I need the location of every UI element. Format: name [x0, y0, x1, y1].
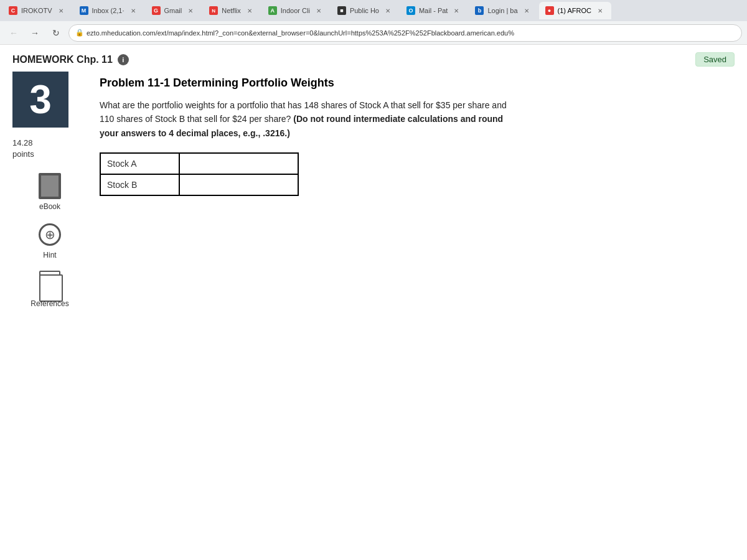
tab-label: Gmail — [164, 7, 182, 14]
points-label: points — [12, 149, 34, 159]
content-panel: HOMEWORK Chp. 11 i Saved 3 14.28 points — [0, 45, 747, 560]
references-icon — [39, 271, 60, 296]
tab-gmail[interactable]: G Gmail ✕ — [146, 2, 202, 19]
afro-favicon: ● — [545, 6, 554, 15]
points-value: 14.28 — [12, 138, 33, 147]
back-button[interactable]: ← — [5, 24, 22, 42]
irokotv-favicon: C — [9, 6, 17, 15]
stock-a-input-cell[interactable] — [179, 153, 298, 174]
tab-close-indoor[interactable]: ✕ — [314, 6, 324, 16]
netflix-favicon: N — [209, 6, 218, 15]
tab-netflix[interactable]: N Netflix ✕ — [203, 2, 261, 19]
info-icon[interactable]: i — [118, 54, 129, 65]
answer-table: Stock A Stock B — [100, 152, 299, 196]
references-tool[interactable]: References — [12, 269, 87, 308]
tab-afro[interactable]: ● (1) AFROC ✕ — [539, 2, 611, 19]
public-favicon: ■ — [337, 6, 346, 15]
stock-b-label: Stock B — [100, 174, 179, 195]
gmail-favicon: G — [152, 6, 161, 15]
hint-tool[interactable]: Hint — [12, 221, 87, 259]
page-content: HOMEWORK Chp. 11 i Saved 3 14.28 points — [0, 45, 747, 560]
problem-content: Problem 11-1 Determining Portfolio Weigh… — [100, 72, 735, 318]
references-icon-container — [36, 269, 63, 297]
table-row: Stock B — [100, 174, 298, 195]
hint-icon-container — [36, 221, 63, 248]
main-layout: 3 14.28 points eBook Hin — [0, 72, 747, 318]
tab-label: Inbox (2,1· — [92, 7, 125, 14]
tab-close-public[interactable]: ✕ — [383, 6, 393, 16]
tab-irokotv[interactable]: C IROKOTV ✕ — [2, 2, 72, 19]
tab-label: Mail - Pat — [419, 7, 448, 14]
points-info: 14.28 points — [12, 138, 87, 160]
hint-icon — [39, 223, 61, 246]
tab-close-inbox[interactable]: ✕ — [128, 6, 138, 16]
ebook-icon-container — [36, 172, 63, 200]
tab-bar: C IROKOTV ✕ M Inbox (2,1· ✕ G Gmail ✕ N … — [0, 0, 747, 21]
lock-icon: 🔒 — [75, 29, 84, 37]
tab-indoor[interactable]: A Indoor Cli ✕ — [262, 2, 330, 19]
inbox-favicon: M — [80, 6, 88, 15]
tab-mail[interactable]: O Mail - Pat ✕ — [400, 2, 467, 19]
browser-chrome: C IROKOTV ✕ M Inbox (2,1· ✕ G Gmail ✕ N … — [0, 0, 747, 45]
ebook-icon — [39, 173, 61, 199]
tab-public[interactable]: ■ Public Ho ✕ — [331, 2, 399, 19]
address-bar[interactable]: 🔒 ezto.mheducation.com/ext/map/index.htm… — [68, 24, 742, 42]
tab-close-gmail[interactable]: ✕ — [186, 6, 195, 16]
tab-login[interactable]: b Login | ba ✕ — [469, 2, 537, 19]
login-favicon: b — [475, 6, 484, 15]
tab-label: Indoor Cli — [281, 7, 310, 14]
stock-b-input[interactable] — [180, 175, 298, 195]
tab-label: Login | ba — [487, 7, 517, 14]
address-text: ezto.mheducation.com/ext/map/index.html?… — [87, 29, 514, 37]
stock-b-input-cell[interactable] — [179, 174, 298, 195]
tab-close-afro[interactable]: ✕ — [595, 6, 605, 16]
refresh-button[interactable]: ↻ — [47, 24, 65, 42]
tab-close-irokotv[interactable]: ✕ — [56, 6, 66, 16]
table-row: Stock A — [100, 153, 298, 174]
problem-text: What are the portfolio weights for a por… — [100, 98, 523, 140]
left-sidebar: 3 14.28 points eBook Hin — [12, 72, 100, 318]
tab-label: (1) AFROC — [558, 7, 591, 14]
homework-title-area: HOMEWORK Chp. 11 i — [12, 54, 129, 65]
tab-label: IROKOTV — [21, 7, 52, 14]
tab-label: Public Ho — [350, 7, 379, 14]
tab-label: Netflix — [222, 7, 241, 14]
hint-label: Hint — [43, 251, 56, 259]
indoor-favicon: A — [268, 6, 277, 15]
mail-favicon: O — [406, 6, 415, 15]
saved-badge: Saved — [695, 52, 735, 67]
homework-title: HOMEWORK Chp. 11 — [12, 54, 113, 65]
ebook-tool[interactable]: eBook — [12, 172, 87, 211]
tab-close-mail[interactable]: ✕ — [451, 6, 461, 16]
tab-close-netflix[interactable]: ✕ — [245, 6, 255, 16]
homework-header: HOMEWORK Chp. 11 i Saved — [0, 45, 747, 72]
forward-button[interactable]: → — [26, 24, 44, 42]
stock-a-label: Stock A — [100, 153, 179, 174]
stock-a-input[interactable] — [180, 154, 298, 174]
nav-bar: ← → ↻ 🔒 ezto.mheducation.com/ext/map/ind… — [0, 21, 747, 45]
ebook-label: eBook — [39, 202, 60, 211]
tab-close-login[interactable]: ✕ — [522, 6, 532, 16]
problem-title: Problem 11-1 Determining Portfolio Weigh… — [100, 77, 735, 90]
problem-number: 3 — [12, 72, 68, 128]
tab-inbox[interactable]: M Inbox (2,1· ✕ — [73, 2, 144, 19]
